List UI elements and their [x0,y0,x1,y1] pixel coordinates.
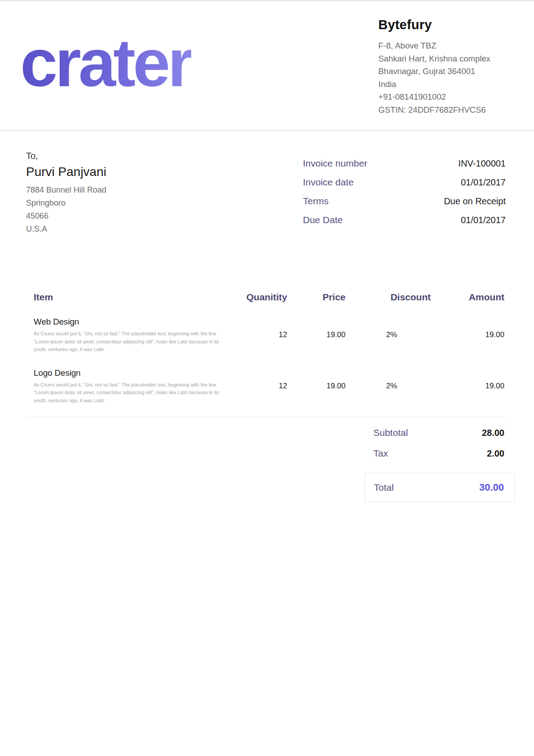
total-label: Total [374,482,394,493]
table-bottom-divider [26,417,508,417]
customer-address-line: 7884 Bunnel Hill Road [26,184,106,197]
invoice-number-row: Invoice number INV-100001 [303,158,506,169]
company-address-line: Bhavnagar, Gujrat 364001 [378,65,531,78]
subtotal-value: 28.00 [482,428,504,438]
item-discount: 2% [346,317,431,354]
company-address-line: India [378,78,531,91]
column-header-amount: Amount [431,292,504,303]
company-gstin: GSTIN: 24DDF7682FHVCS6 [378,104,531,117]
column-header-item: Item [34,292,227,303]
invoice-date-value: 01/01/2017 [461,177,506,188]
crater-logo: crater [20,29,191,97]
bill-to-block: To, Purvi Panjvani 7884 Bunnel Hill Road… [26,151,106,236]
due-date-value: 01/01/2017 [461,215,506,225]
subtotal-row: Subtotal 28.00 [373,427,504,438]
customer-address-line: U.S.A [26,223,106,236]
subtotal-label: Subtotal [373,427,408,438]
item-amount: 19.00 [431,368,504,405]
customer-name: Purvi Panjvani [26,165,106,179]
table-row: Web Design As Cicero would put it, “Um, … [34,317,504,354]
tax-label: Tax [373,448,388,459]
item-price: 19.00 [287,368,346,405]
terms-row: Terms Due on Receipt [303,196,506,207]
table-row: Logo Design As Cicero would put it, “Um,… [34,368,504,405]
item-quantity: 12 [227,368,287,405]
terms-label: Terms [303,196,328,207]
bill-to-label: To, [26,151,106,161]
total-value: 30.00 [479,482,504,493]
customer-address-line: Springboro [26,197,106,210]
item-price: 19.00 [287,317,346,354]
invoice-page: crater Bytefury F-8, Above TBZ Sahkari H… [0,0,534,756]
item-quantity: 12 [227,317,287,354]
invoice-number-value: INV-100001 [458,158,506,169]
company-phone: +91-08141901002 [378,91,531,104]
invoice-meta-block: Invoice number INV-100001 Invoice date 0… [303,158,506,233]
item-name: Logo Design [34,368,227,378]
total-box: Total 30.00 [364,473,515,502]
column-header-price: Price [287,292,346,303]
tax-row: Tax 2.00 [373,448,504,459]
company-address-line: F-8, Above TBZ [378,40,531,53]
due-date-row: Due Date 01/01/2017 [303,215,506,225]
company-address-line: Sahkari Hart, Krishna complex [378,53,531,66]
item-name: Web Design [34,317,227,327]
terms-value: Due on Receipt [444,196,506,207]
invoice-header: crater Bytefury F-8, Above TBZ Sahkari H… [0,0,534,131]
invoice-date-row: Invoice date 01/01/2017 [303,177,506,188]
column-header-quantity: Quanitity [227,292,287,303]
item-description: As Cicero would put it, “Um, not so fast… [34,381,220,405]
invoice-number-label: Invoice number [303,158,368,169]
company-name: Bytefury [378,18,531,32]
item-discount: 2% [346,368,431,405]
tax-value: 2.00 [487,448,504,459]
item-cell: Web Design As Cicero would put it, “Um, … [34,317,227,354]
item-amount: 19.00 [431,317,504,354]
company-info-block: Bytefury F-8, Above TBZ Sahkari Hart, Kr… [378,18,531,117]
crater-logo-wordmark: crater [20,29,191,97]
items-table-header: Item Quanitity Price Discount Amount [34,292,504,303]
company-address: F-8, Above TBZ Sahkari Hart, Krishna com… [378,40,531,117]
item-description: As Cicero would put it, “Um, not so fast… [34,330,220,354]
invoice-date-label: Invoice date [303,177,354,188]
customer-address-line: 45066 [26,210,106,223]
items-table: Item Quanitity Price Discount Amount Web… [34,292,504,404]
item-cell: Logo Design As Cicero would put it, “Um,… [34,368,227,405]
column-header-discount: Discount [346,292,431,303]
customer-address: 7884 Bunnel Hill Road Springboro 45066 U… [26,184,106,236]
due-date-label: Due Date [303,215,343,225]
